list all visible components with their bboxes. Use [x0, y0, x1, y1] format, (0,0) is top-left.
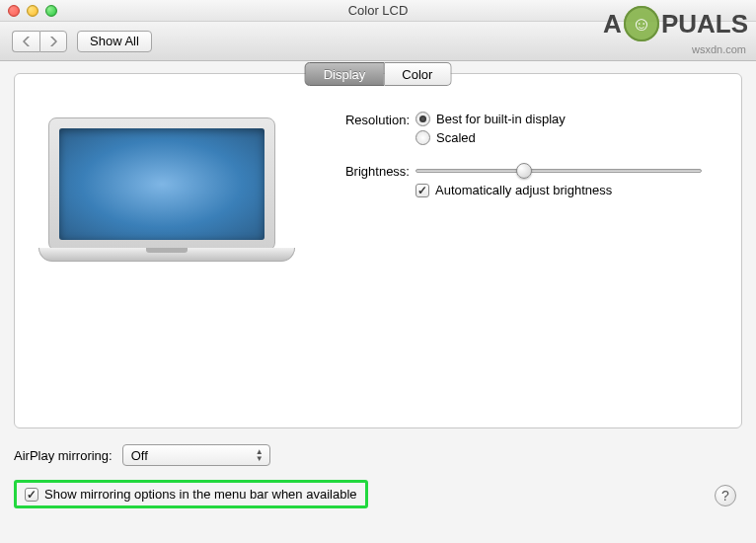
window-controls	[8, 5, 57, 17]
close-icon[interactable]	[8, 5, 20, 17]
help-button[interactable]: ?	[715, 485, 736, 506]
tab-display[interactable]: Display	[305, 62, 385, 86]
airplay-label: AirPlay mirroring:	[14, 448, 113, 463]
radio-icon	[416, 130, 430, 145]
updown-arrows-icon: ▲▼	[256, 448, 264, 462]
minimize-icon[interactable]	[27, 5, 38, 17]
brightness-row: Brightness: Automatically adjust brightn…	[325, 163, 718, 197]
watermark-logo-icon: ☺	[624, 6, 659, 41]
slider-knob-icon[interactable]	[516, 163, 532, 179]
resolution-scaled-label: Scaled	[436, 130, 476, 145]
settings-column: Resolution: Best for built-in display Sc…	[325, 108, 718, 275]
tab-color-label: Color	[402, 67, 432, 82]
bottom-area: AirPlay mirroring: Off ▲▼ Show mirroring…	[14, 444, 742, 508]
content-area: Display Color Resolution: Be	[0, 61, 756, 543]
resolution-options: Best for built-in display Scaled	[416, 112, 566, 149]
watermark-domain: wsxdn.com	[692, 43, 746, 55]
airplay-row: AirPlay mirroring: Off ▲▼	[14, 444, 742, 466]
checkbox-icon	[416, 184, 429, 197]
show-all-label: Show All	[90, 34, 139, 48]
nav-group	[12, 31, 67, 52]
brightness-controls: Automatically adjust brightness	[416, 163, 702, 197]
brightness-label: Brightness:	[325, 163, 416, 179]
watermark-a: A	[603, 9, 622, 39]
back-button[interactable]	[12, 31, 39, 52]
tab-color[interactable]: Color	[384, 62, 451, 86]
airplay-selected-value: Off	[131, 448, 148, 463]
show-mirroring-label: Show mirroring options in the menu bar w…	[44, 487, 357, 502]
zoom-icon[interactable]	[45, 5, 57, 17]
forward-button[interactable]	[39, 31, 67, 52]
show-mirroring-checkbox[interactable]: Show mirroring options in the menu bar w…	[14, 480, 368, 508]
laptop-shell-icon	[48, 117, 275, 251]
pane-body: Resolution: Best for built-in display Sc…	[38, 108, 718, 275]
resolution-option-best[interactable]: Best for built-in display	[416, 112, 566, 126]
laptop-screen-icon	[59, 128, 265, 240]
checkbox-icon	[25, 488, 38, 502]
airplay-select[interactable]: Off ▲▼	[122, 444, 270, 466]
radio-icon	[416, 112, 430, 126]
chevron-right-icon	[49, 37, 57, 46]
tab-display-label: Display	[324, 67, 366, 82]
watermark-b: PUALS	[661, 9, 748, 39]
brightness-slider[interactable]	[416, 169, 702, 173]
chevron-left-icon	[23, 37, 31, 46]
watermark: A ☺ PUALS	[603, 6, 748, 41]
resolution-row: Resolution: Best for built-in display Sc…	[325, 112, 718, 149]
auto-brightness-checkbox[interactable]: Automatically adjust brightness	[416, 183, 702, 197]
resolution-label: Resolution:	[325, 112, 416, 127]
show-all-button[interactable]: Show All	[77, 31, 152, 52]
tabbed-pane: Display Color Resolution: Be	[14, 73, 742, 428]
resolution-best-label: Best for built-in display	[436, 112, 566, 126]
device-image	[38, 117, 285, 275]
auto-brightness-label: Automatically adjust brightness	[435, 183, 612, 197]
laptop-base-icon	[38, 248, 295, 262]
tabs: Display Color	[305, 62, 452, 86]
resolution-option-scaled[interactable]: Scaled	[416, 130, 566, 145]
help-icon: ?	[721, 488, 729, 504]
